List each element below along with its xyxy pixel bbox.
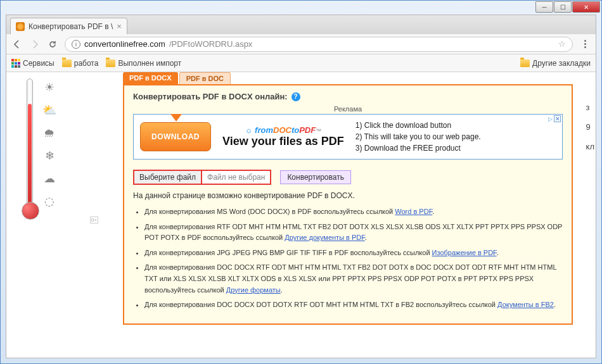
link-image-pdf[interactable]: Изображение в PDF <box>432 249 497 256</box>
ad-corner: ▷ ✕ <box>548 115 561 122</box>
reload-button[interactable] <box>47 39 58 50</box>
description-text: На данной странице возможно конвертирова… <box>133 191 563 200</box>
ad-download-button[interactable]: DOWNLOAD <box>140 122 211 151</box>
favicon-icon <box>16 22 25 31</box>
tab-title: Конвертировать PDF в \ <box>29 22 113 31</box>
folder-icon <box>520 60 530 67</box>
snow-icon: ❄ <box>42 148 57 163</box>
link-other-pdf[interactable]: Другие документы в PDF <box>285 234 365 241</box>
list-item: Для конвертирования DOC DOCX DOT DOTX RT… <box>144 299 563 311</box>
browser-inner: Конвертировать PDF в \ × i convertonline… <box>6 15 596 358</box>
ad-steps: 1) Click the download button2) This will… <box>355 120 481 154</box>
file-status-text: Файл не выбран <box>202 170 271 185</box>
minimize-button[interactable]: ─ <box>535 1 553 13</box>
tab-pdf-doc[interactable]: PDF в DOC <box>179 72 231 84</box>
back-button[interactable] <box>11 39 23 50</box>
url-path: /PDFtoWORDRU.aspx <box>169 39 252 49</box>
apps-button[interactable]: Сервисы <box>11 59 54 68</box>
side-cut-text: з9кл <box>586 97 594 157</box>
folder-icon <box>62 60 72 67</box>
bookmark-folder-1[interactable]: работа <box>62 59 99 68</box>
ad-close-icon[interactable]: ✕ <box>554 115 561 122</box>
format-tabs: PDF в DOCX PDF в DOC <box>123 72 573 84</box>
sun-icon: ☀ <box>42 80 57 95</box>
bookmark-star-icon[interactable]: ☆ <box>558 39 566 49</box>
ad-brand: ☼ fromDOCtoPDF™ <box>222 125 344 135</box>
list-item: Для конвертирования DOC DOCX RTF ODT MHT… <box>144 262 563 296</box>
info-list: Для конвертирования MS Word (DOC DOCX) в… <box>133 206 563 311</box>
tab-strip: Конвертировать PDF в \ × <box>6 15 596 34</box>
site-info-icon[interactable]: i <box>72 40 80 49</box>
ad-label: Реклама <box>133 105 563 113</box>
forward-button[interactable] <box>29 39 41 50</box>
link-other-formats[interactable]: Другие форматы <box>226 286 281 294</box>
apps-label: Сервисы <box>23 59 54 68</box>
url-field[interactable]: i convertonlinefree.com/PDFtoWORDRU.aspx… <box>65 37 573 52</box>
adchoices-icon[interactable]: ▷ <box>548 116 553 122</box>
bookmark-folder-2[interactable]: Выполнен импорт <box>106 59 181 68</box>
titlebar: ─ ☐ ✕ <box>1 1 601 15</box>
arrow-down-icon <box>170 114 182 122</box>
advertisement[interactable]: ▷ ✕ DOWNLOAD ☼ fromDOCtoPDF™ View your f… <box>133 114 563 160</box>
list-item: Для конвертирования MS Word (DOC DOCX) в… <box>144 206 563 218</box>
address-bar: i convertonlinefree.com/PDFtoWORDRU.aspx… <box>6 34 596 54</box>
weather-widget: ☀ ⛅ 🌧 ❄ ☁ ◌ 0+ <box>15 72 104 230</box>
thermometer-icon <box>22 78 38 224</box>
bookmark-label: Выполнен импорт <box>118 59 181 68</box>
list-item: Для конвертирования JPG JPEG PNG BMP GIF… <box>144 248 563 259</box>
close-button[interactable]: ✕ <box>572 1 600 13</box>
ad-slogan: View your files as PDF <box>222 135 344 148</box>
bookmark-label: Другие закладки <box>532 59 591 68</box>
browser-tab[interactable]: Конвертировать PDF в \ × <box>10 18 127 34</box>
ad-center: ☼ fromDOCtoPDF™ View your files as PDF <box>222 125 344 148</box>
maximize-button[interactable]: ☐ <box>554 1 572 13</box>
panel-heading: Конвертировать PDF в DOCX онлайн: ? <box>133 92 563 101</box>
apps-grid-icon <box>11 59 20 68</box>
menu-button[interactable] <box>579 39 591 50</box>
help-icon[interactable]: ? <box>291 92 300 101</box>
file-controls: Выберите файл Файл не выбран Конвертиров… <box>133 170 563 185</box>
tab-pdf-docx[interactable]: PDF в DOCX <box>123 72 178 84</box>
link-docs-fb2[interactable]: Документы в FB2 <box>497 301 554 308</box>
folder-icon <box>106 60 115 67</box>
browser-window: ─ ☐ ✕ Конвертировать PDF в \ × i convert… <box>0 0 602 364</box>
choose-file-button[interactable]: Выберите файл <box>133 170 202 185</box>
partly-cloudy-icon: ⛅ <box>42 103 57 118</box>
cloud-icon: ☁ <box>42 171 57 186</box>
link-word-pdf[interactable]: Word в PDF <box>395 208 432 215</box>
other-bookmarks[interactable]: Другие закладки <box>520 59 591 68</box>
list-item: Для конвертирования RTF ODT MHT HTM HTML… <box>144 222 563 244</box>
tab-close-icon[interactable]: × <box>117 22 122 31</box>
convert-button[interactable]: Конвертировать <box>280 170 351 184</box>
main-panel-wrap: PDF в DOCX PDF в DOC Конвертировать PDF … <box>123 72 573 325</box>
age-badge: 0+ <box>90 217 98 223</box>
dots-icon: ◌ <box>42 194 57 209</box>
bookmark-label: работа <box>74 59 99 68</box>
page-content: ☀ ⛅ 🌧 ❄ ☁ ◌ 0+ з9кл PDF в DOCX PDF <box>6 72 596 358</box>
bookmarks-bar: Сервисы работа Выполнен импорт Другие за… <box>6 54 596 72</box>
rain-icon: 🌧 <box>42 125 57 141</box>
convert-panel: Конвертировать PDF в DOCX онлайн: ? Рекл… <box>123 84 573 325</box>
url-domain: convertonlinefree.com <box>84 39 165 49</box>
